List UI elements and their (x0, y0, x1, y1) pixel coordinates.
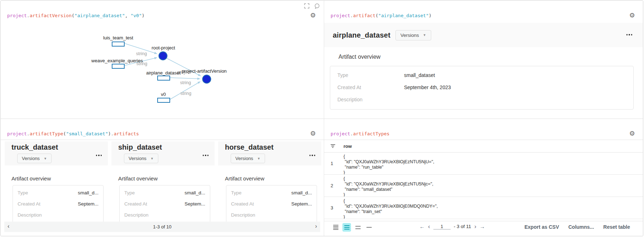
artifact-card-list: truck_dataset Versions ▼ Artifact overvi… (5, 141, 323, 232)
row-index: 1 (331, 161, 333, 166)
columns-button[interactable]: Columns... (568, 224, 594, 230)
density-medium-icon[interactable] (342, 223, 351, 232)
column-header-row[interactable]: row (343, 144, 352, 149)
svg-text:airplane_dataset: airplane_dataset (146, 70, 181, 76)
panel-artifact-types: project.artifactTypes ⚙ row 1 { "id": "Q… (324, 119, 643, 236)
expression-code[interactable]: project.artifactTypes (331, 131, 389, 136)
expression-bar: project.artifactType("small_dataset").ar… (1, 119, 324, 140)
field-value: small_d... (155, 190, 205, 195)
chevron-down-icon: ▼ (423, 33, 426, 37)
table-actions: Export as CSV Columns... Reset table (524, 224, 630, 230)
chevron-down-icon: ▼ (44, 157, 47, 160)
table-row[interactable]: 1 { "id": "QXJ0aWZhY3RUeXBlOjEzNTU5NjU="… (324, 153, 643, 175)
versions-label: Versions (129, 156, 146, 161)
table-row[interactable]: 3 { "id": "QXJ0aWZhY3RUeXBlOjE0MDQ0NDY="… (324, 197, 643, 219)
density-single-icon[interactable] (365, 223, 373, 232)
svg-text:weave_example_queries: weave_example_queries (91, 58, 143, 63)
weave-dashboard: string string project string string luis… (0, 0, 643, 236)
field-label: Description (124, 212, 155, 218)
row-json: { "id": "QXJ0aWZhY3RUeXBlOjEzNTU5Njc=", … (343, 176, 433, 197)
svg-text:string: string (180, 80, 191, 85)
versions-label: Versions (235, 156, 253, 161)
artifact-title: ship_dataset (118, 143, 162, 151)
field-row: Description (330, 93, 633, 106)
artifact-card: truck_dataset Versions ▼ Artifact overvi… (5, 141, 108, 232)
overview-heading: Artifact overview (225, 175, 321, 182)
field-label: Created At (18, 201, 48, 207)
artifact-card-header: truck_dataset Versions ▼ (5, 141, 108, 165)
first-page-arrow[interactable]: ← (419, 223, 425, 229)
field-value: September 4th, 2023 (404, 84, 451, 90)
svg-text:project-artifactVersion: project-artifactVersion (182, 68, 227, 74)
table-body: 1 { "id": "QXJ0aWZhY3RUeXBlOjEzNTU5NjU="… (324, 153, 643, 219)
field-label: Type (337, 72, 404, 78)
next-page-chevron[interactable]: › (315, 223, 317, 229)
svg-text:v0: v0 (161, 92, 166, 97)
artifact-header: airplane_dataset Versions ▼ (324, 23, 643, 47)
gear-icon[interactable]: ⚙ (629, 130, 635, 137)
artifact-title: airplane_dataset (333, 31, 390, 39)
row-index: 2 (331, 183, 333, 188)
overview-heading: Artifact overview (11, 175, 108, 182)
table-pagination: ← ‹ - 3 of 11 › → (419, 223, 485, 229)
last-page-arrow[interactable]: → (480, 223, 485, 229)
svg-text:string: string (136, 51, 147, 56)
page-range-label: 1-3 of 10 (153, 224, 171, 229)
field-label: Description (18, 212, 48, 218)
versions-label: Versions (400, 33, 419, 38)
overflow-menu-icon[interactable] (203, 155, 209, 156)
overflow-menu-icon[interactable] (309, 155, 316, 156)
next-page-chevron[interactable]: › (474, 224, 476, 229)
row-json: { "id": "QXJ0aWZhY3RUeXBlOjEzNTU5NjU=", … (343, 154, 434, 175)
table-footer: ← ‹ - 3 of 11 › → Export as CSV Columns.… (324, 221, 643, 233)
expression-bar: project.artifact("airplane_dataset") ⚙ (324, 1, 643, 21)
overflow-menu-icon[interactable] (96, 155, 102, 156)
versions-dropdown[interactable]: Versions ▼ (124, 154, 158, 163)
prev-page-chevron[interactable]: ‹ (8, 223, 9, 229)
reset-table-button[interactable]: Reset table (603, 224, 630, 230)
expression-code[interactable]: project.artifact("airplane_dataset") (331, 13, 432, 18)
versions-dropdown[interactable]: Versions ▼ (17, 154, 52, 163)
density-tall-icon[interactable] (354, 223, 362, 232)
field-label: Type (124, 190, 155, 195)
panel-artifact-type: project.artifactType("small_dataset").ar… (1, 119, 324, 236)
comment-icon[interactable] (314, 3, 320, 9)
table-row[interactable]: 2 { "id": "QXJ0aWZhY3RUeXBlOjEzNTU5Njc="… (324, 175, 643, 197)
svg-text:luis_team_test: luis_team_test (103, 35, 133, 40)
panel-artifact: project.artifact("airplane_dataset") ⚙ a… (324, 1, 643, 118)
expression-code[interactable]: project.artifactVersion("airplane_datase… (7, 13, 145, 18)
table-header: row (324, 140, 643, 153)
row-density-controls (331, 223, 373, 232)
versions-dropdown[interactable]: Versions ▼ (231, 154, 265, 163)
artifact-title: truck_dataset (11, 143, 58, 151)
fullscreen-icon[interactable] (304, 3, 309, 9)
chevron-down-icon: ▼ (257, 157, 260, 160)
filter-icon[interactable] (330, 144, 335, 149)
overview-heading: Artifact overview (118, 175, 215, 182)
artifact-card: horse_dataset Versions ▼ Artifact overvi… (218, 141, 321, 232)
expression-code[interactable]: project.artifactType("small_dataset").ar… (7, 131, 139, 136)
field-value: Septem... (155, 201, 205, 207)
gear-icon[interactable]: ⚙ (310, 12, 316, 19)
field-label: Description (231, 212, 262, 218)
svg-text:string: string (181, 91, 192, 96)
export-csv-button[interactable]: Export as CSV (524, 224, 559, 230)
density-compact-icon[interactable] (331, 223, 340, 232)
panel-artifact-version: string string project string string luis… (1, 1, 324, 118)
artifact-card-header: ship_dataset Versions ▼ (111, 141, 215, 165)
field-value: Septem... (48, 201, 98, 207)
field-label: Created At (124, 201, 155, 207)
overflow-menu-icon[interactable] (626, 34, 633, 35)
gear-icon[interactable]: ⚙ (629, 12, 635, 19)
gear-icon[interactable]: ⚙ (310, 130, 316, 137)
field-label: Created At (337, 84, 404, 90)
artifact-title: horse_dataset (225, 143, 274, 151)
field-row: Created At September 4th, 2023 (330, 81, 633, 93)
versions-dropdown[interactable]: Versions ▼ (395, 30, 431, 40)
row-index: 3 (331, 205, 333, 211)
field-label: Type (18, 190, 48, 195)
field-value: Septem... (262, 201, 312, 207)
prev-page-chevron[interactable]: ‹ (428, 224, 430, 229)
page-input[interactable] (433, 224, 451, 229)
graph-node-labels: luis_team_test weave_example_queries roo… (91, 35, 227, 97)
